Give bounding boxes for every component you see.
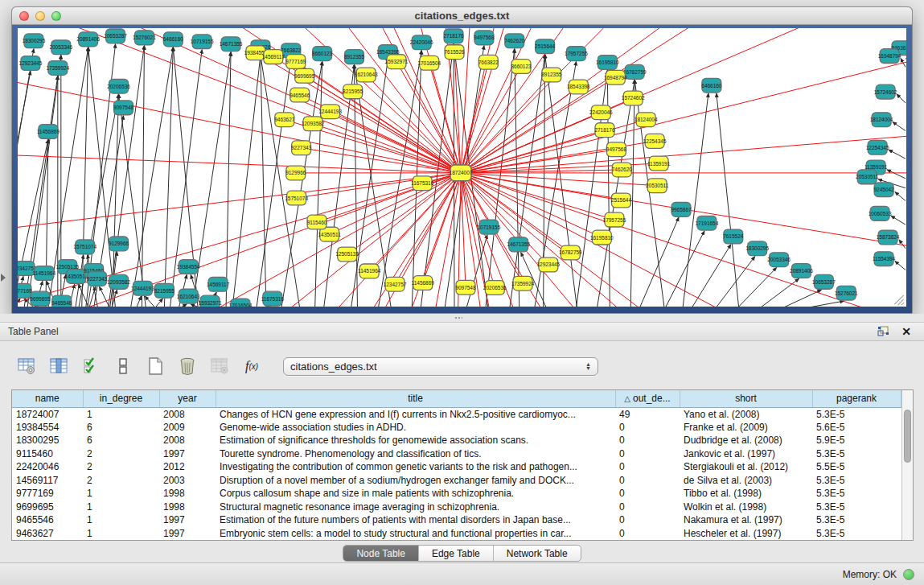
table-row[interactable]: 2242004622012Investigating the contribut… [12,460,901,474]
table-row[interactable]: 977716911998Corpus callosum shape and si… [12,487,901,501]
table-cell[interactable]: Embryonic stem cells: a model to study s… [216,527,615,541]
table-cell[interactable]: 1997 [159,527,216,541]
splitter-handle[interactable] [454,316,462,320]
table-cell[interactable]: Stergiakouli et al. (2012) [680,460,812,474]
panel-toggle-arrow-icon[interactable] [1,274,6,282]
table-cell[interactable]: Tourette syndrome. Phenomenology and cla… [216,447,615,461]
resize-grip[interactable] [893,294,905,305]
tab-network-table[interactable]: Network Table [494,546,581,561]
table-cell[interactable]: 2 [83,474,159,488]
table-cell[interactable]: 5.3E-5 [812,527,901,541]
window-titlebar[interactable]: citations_edges.txt [12,7,912,25]
table-row[interactable]: 1938455462009Genome-wide association stu… [12,421,901,435]
table-cell[interactable]: de Silva et al. (2003) [680,474,812,488]
table-cell[interactable]: 5.6E-5 [812,421,901,435]
table-cell[interactable]: 1998 [159,487,216,501]
table-cell[interactable]: 22420046 [12,460,83,474]
network-canvas[interactable]: 1830029520053346208914061065328715276021… [18,28,906,307]
selection-mode-button[interactable] [80,356,101,377]
vertical-scrollbar[interactable] [901,390,914,540]
table-cell[interactable]: 9465546 [12,513,83,527]
column-header-title[interactable]: title [216,390,615,407]
table-cell[interactable]: 5.3E-5 [812,487,901,501]
table-cell[interactable]: 2008 [159,407,216,421]
delete-button[interactable] [177,356,198,377]
tab-node-table[interactable]: Node Table [343,546,419,561]
table-cell[interactable]: Estimation of significance thresholds fo… [216,434,615,447]
table-cell[interactable]: 2012 [159,460,216,474]
table-cell[interactable]: 2008 [159,434,216,447]
table-cell[interactable]: 1997 [159,513,216,527]
table-cell[interactable]: 1 [83,513,159,527]
column-header-short[interactable]: short [680,390,812,407]
table-cell[interactable]: Wolkin et al. (1998) [680,501,812,514]
table-cell[interactable]: 5.3E-5 [812,474,901,488]
table-cell[interactable]: 0 [615,527,680,541]
table-selector-dropdown[interactable]: citations_edges.txt ▲▼ [283,357,598,376]
table-cell[interactable]: 6 [83,421,159,435]
table-cell[interactable]: 9463627 [12,527,83,541]
table-cell[interactable]: Structural magnetic resonance image aver… [216,501,615,514]
table-cell[interactable]: Tibbo et al. (1998) [680,487,812,501]
function-builder-button[interactable]: f(x) [241,356,262,377]
table-cell[interactable]: 18300295 [12,434,83,447]
close-window-button[interactable] [19,11,29,21]
table-cell[interactable]: 9699695 [12,501,83,514]
table-cell[interactable]: 0 [615,447,680,461]
tab-edge-table[interactable]: Edge Table [419,546,494,561]
table-cell[interactable]: 5.9E-5 [812,434,901,447]
minimize-window-button[interactable] [35,11,45,21]
close-panel-button[interactable]: ✕ [900,325,913,338]
column-header-name[interactable]: name [12,390,83,407]
table-cell[interactable]: 5.3E-5 [812,407,901,421]
table-cell[interactable]: 1 [83,407,159,421]
table-cell[interactable]: Investigating the contribution of common… [216,460,615,474]
table-row[interactable]: 1872400712008Changes of HCN gene express… [12,407,901,421]
table-row[interactable]: 1456911722003Disruption of a novel membe… [12,474,901,488]
column-header-pagerank[interactable]: pagerank [812,390,901,407]
table-row[interactable]: 911546021997Tourette syndrome. Phenomeno… [12,447,901,461]
table-cell[interactable]: 5.3E-5 [812,501,901,514]
table-cell[interactable]: 6 [83,434,159,447]
table-cell[interactable]: 1997 [159,447,216,461]
table-cell[interactable]: Nakamura et al. (1997) [680,513,812,527]
table-cell[interactable]: 19384554 [12,421,83,435]
table-cell[interactable]: 9115460 [12,447,83,461]
table-cell[interactable]: 0 [615,487,680,501]
table-cell[interactable]: 18724007 [12,407,83,421]
table-cell[interactable]: Genome-wide association studies in ADHD. [216,421,615,435]
table-cell[interactable]: 0 [615,421,680,435]
zoom-window-button[interactable] [51,11,61,21]
row-height-button[interactable] [113,356,133,377]
table-cell[interactable]: Disruption of a novel member of a sodium… [216,474,615,488]
table-cell[interactable]: Yano et al. (2008) [680,407,812,421]
table-cell[interactable]: 0 [615,434,680,447]
table-cell[interactable]: 9777169 [12,487,83,501]
table-cell[interactable]: 2 [83,460,159,474]
table-settings-button[interactable] [16,356,37,377]
table-cell[interactable]: 2009 [159,421,216,435]
column-display-button[interactable] [48,356,69,377]
table-cell[interactable]: 0 [615,501,680,514]
table-row[interactable]: 1830029562008Estimation of significance … [12,434,901,447]
table-cell[interactable]: 2 [83,447,159,461]
table-cell[interactable]: Estimation of the future numbers of pati… [216,513,615,527]
table-cell[interactable]: Corpus callosum shape and size in male p… [216,487,615,501]
table-cell[interactable]: 2003 [159,474,216,488]
table-cell[interactable]: 1 [83,527,159,541]
float-panel-button[interactable] [877,325,889,338]
table-cell[interactable]: Franke et al. (2009) [680,421,812,435]
panel-splitter[interactable] [0,314,924,322]
column-header-year[interactable]: year [159,390,216,407]
table-cell[interactable]: 14569117 [12,474,83,488]
table-cell[interactable]: Changes of HCN gene expression and I(f) … [216,407,615,421]
table-cell[interactable]: 1 [83,501,159,514]
new-column-button[interactable] [145,356,166,377]
table-cell[interactable]: 0 [615,460,680,474]
table-cell[interactable]: Dudbridge et al. (2008) [680,434,812,447]
table-cell[interactable]: 0 [615,474,680,488]
table-cell[interactable]: 1998 [159,501,216,514]
table-cell[interactable]: Jankovic et al. (1997) [680,447,812,461]
scrollbar-thumb[interactable] [904,410,912,463]
table-row[interactable]: 946362711997Embryonic stem cells: a mode… [12,527,901,541]
